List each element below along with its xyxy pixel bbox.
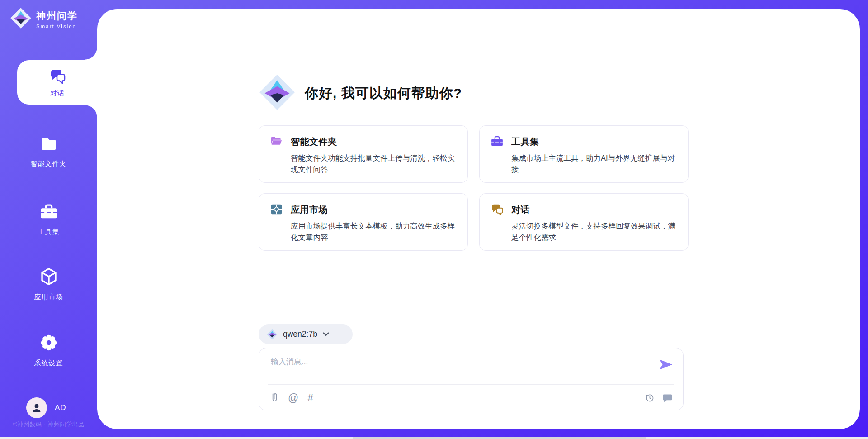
sidebar: 神州问学 Smart Vision 对话 智能文件夹 xyxy=(0,0,97,439)
card-description: 集成市场上主流工具，助力AI与外界无缝扩展与对接 xyxy=(511,153,676,175)
avatar xyxy=(26,397,47,418)
history-icon[interactable] xyxy=(645,393,655,403)
card-title: 对话 xyxy=(511,204,676,216)
message-composer: @ # xyxy=(259,348,684,410)
cube-icon xyxy=(38,266,59,287)
sidebar-item-chat[interactable]: 对话 xyxy=(17,60,98,105)
model-name: qwen2:7b xyxy=(283,329,317,339)
card-smart-folder[interactable]: 智能文件夹 智能文件夹功能支持批量文件上传与清洗，轻松实现文件问答 xyxy=(259,125,468,183)
chevron-down-icon xyxy=(323,332,329,336)
toolbox-icon xyxy=(490,134,511,148)
sidebar-item-market[interactable]: 应用市场 xyxy=(0,266,97,301)
gear-icon xyxy=(38,332,59,353)
sidebar-item-label: 工具集 xyxy=(0,228,97,236)
sidebar-item-settings[interactable]: 系统设置 xyxy=(0,332,97,367)
message-input[interactable] xyxy=(270,356,651,383)
main-panel: 你好, 我可以如何帮助你? 智能文件夹 智能文件夹功能支持批量文件上传与清洗，轻… xyxy=(97,9,860,429)
sidebar-item-label: 智能文件夹 xyxy=(0,160,97,168)
app-logo: 神州问学 Smart Vision xyxy=(10,7,78,31)
card-toolset[interactable]: 工具集 集成市场上主流工具，助力AI与外界无缝扩展与对接 xyxy=(479,125,689,183)
copyright-text: ©神州数码 · 神州问学出品 xyxy=(0,420,97,429)
sidebar-item-label: 系统设置 xyxy=(0,359,97,367)
sidebar-item-toolset[interactable]: 工具集 xyxy=(0,202,97,236)
mention-icon[interactable]: @ xyxy=(288,393,298,403)
greeting-text: 你好, 我可以如何帮助你? xyxy=(305,84,462,103)
app-grid-icon xyxy=(269,202,291,216)
model-diamond-icon xyxy=(267,329,278,340)
chat-bubbles-icon xyxy=(48,67,66,85)
sidebar-item-folders[interactable]: 智能文件夹 xyxy=(0,134,97,168)
chat-bubbles-icon xyxy=(490,202,511,216)
brand-diamond-icon xyxy=(10,7,32,31)
model-selector[interactable]: qwen2:7b xyxy=(259,324,353,344)
folder-icon xyxy=(39,134,59,154)
card-app-market[interactable]: 应用市场 应用市场提供丰富长文本模板，助力高效生成多样化文章内容 xyxy=(259,193,468,251)
horizontal-scrollbar[interactable] xyxy=(0,437,868,439)
composer-divider xyxy=(268,384,674,385)
brand-name: 神州问学 xyxy=(36,10,78,22)
sidebar-item-label: 对话 xyxy=(50,89,65,98)
attachment-icon[interactable] xyxy=(270,392,279,404)
send-icon[interactable] xyxy=(659,358,673,371)
card-description: 智能文件夹功能支持批量文件上传与清洗，轻松实现文件问答 xyxy=(291,153,456,175)
user-account[interactable]: AD xyxy=(26,397,66,418)
card-title: 智能文件夹 xyxy=(291,136,456,148)
hashtag-icon[interactable]: # xyxy=(307,393,313,403)
greeting-diamond-icon xyxy=(259,74,296,113)
card-chat[interactable]: 对话 灵活切换多模型文件，支持多样回复效果调试，满足个性化需求 xyxy=(479,193,689,251)
toolbox-icon xyxy=(39,202,59,222)
sidebar-item-label: 应用市场 xyxy=(0,293,97,301)
greeting: 你好, 我可以如何帮助你? xyxy=(259,74,462,113)
card-description: 应用市场提供丰富长文本模板，助力高效生成多样化文章内容 xyxy=(291,220,456,243)
brand-subtitle: Smart Vision xyxy=(36,24,78,29)
card-title: 应用市场 xyxy=(291,204,456,216)
scrollbar-thumb[interactable] xyxy=(353,437,646,439)
feature-cards: 智能文件夹 智能文件夹功能支持批量文件上传与清洗，轻松实现文件问答 工具集 xyxy=(259,125,689,251)
card-title: 工具集 xyxy=(511,136,676,148)
chat-bubble-icon[interactable] xyxy=(662,393,672,403)
tab-fillet-top xyxy=(85,48,98,60)
tab-fillet-bottom xyxy=(85,105,98,117)
folder-open-icon xyxy=(269,134,291,148)
card-description: 灵活切换多模型文件，支持多样回复效果调试，满足个性化需求 xyxy=(511,220,676,243)
user-name: AD xyxy=(55,403,66,412)
